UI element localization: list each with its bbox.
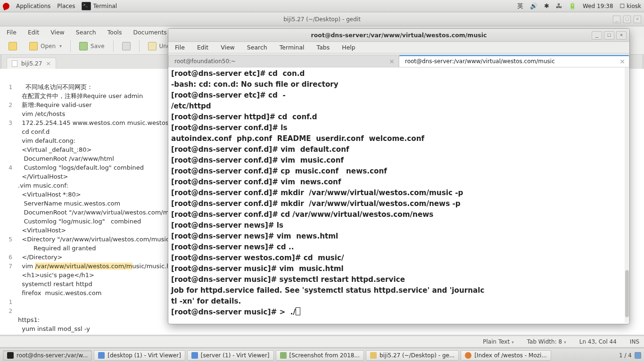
terminal-menu-edit[interactable]: Edit bbox=[197, 44, 208, 51]
terminal-window: root@dns-server:/var/www/virtual/westos.… bbox=[168, 28, 630, 324]
new-button[interactable] bbox=[5, 40, 21, 52]
terminal-tab-1[interactable]: root@dns-server:/var/www/virtual/westos.… bbox=[399, 55, 629, 67]
task-terminal[interactable]: root@dns-server:/var/w... bbox=[3, 350, 92, 361]
gedit-menu-view[interactable]: View bbox=[50, 29, 65, 36]
terminal-menu-view[interactable]: View bbox=[221, 44, 235, 51]
gedit-menu-edit[interactable]: Edit bbox=[28, 29, 39, 36]
terminal-minimize-button[interactable]: _ bbox=[592, 31, 602, 40]
terminal-title: root@dns-server:/var/www/virtual/westos.… bbox=[311, 32, 487, 39]
gedit-menu-search[interactable]: Search bbox=[76, 29, 96, 36]
terminal-tab-0[interactable]: root@foundation50:~ × bbox=[168, 55, 399, 67]
terminal-menu-tabs[interactable]: Tabs bbox=[317, 44, 330, 51]
print-button[interactable] bbox=[118, 40, 134, 52]
terminal-tab-close[interactable]: × bbox=[619, 58, 625, 65]
firefox-icon bbox=[465, 352, 471, 359]
gedit-menu-tools[interactable]: Tools bbox=[107, 29, 122, 36]
gedit-text: 不同域名访问不同网页： 在配置文件中，注释掉Require user admin… bbox=[18, 83, 184, 270]
terminal-menu-help[interactable]: Help bbox=[342, 44, 355, 51]
task-label: [server (1) - Virt Viewer] bbox=[201, 352, 270, 359]
terminal-close-button[interactable]: × bbox=[616, 31, 627, 40]
terminal-icon bbox=[7, 352, 14, 359]
task-gedit[interactable]: biji5.27 (~/Desktop) - ge... bbox=[366, 350, 459, 361]
vm-icon bbox=[191, 352, 198, 359]
gedit-document-tab[interactable]: biji5.27 × bbox=[7, 58, 56, 69]
terminal-scrollbar[interactable] bbox=[625, 67, 629, 323]
toolbar-separator bbox=[113, 41, 114, 52]
image-icon bbox=[280, 352, 287, 359]
task-virt-server[interactable]: [server (1) - Virt Viewer] bbox=[187, 350, 274, 361]
volume-icon[interactable]: 🔊 bbox=[530, 2, 537, 9]
status-insert-mode: INS bbox=[630, 338, 639, 345]
workspace-label: 1 / 4 bbox=[619, 352, 632, 359]
status-cursor-pos: Ln 43, Col 44 bbox=[579, 338, 617, 345]
bluetooth-icon[interactable]: ✱ bbox=[544, 2, 549, 9]
terminal-tabstrip: root@foundation50:~ × root@dns-server:/v… bbox=[168, 53, 629, 67]
terminal-tab-label: root@foundation50:~ bbox=[174, 58, 236, 65]
gedit-tab-close[interactable]: × bbox=[46, 60, 51, 67]
task-firefox[interactable]: [Index of /westos - Mozi... bbox=[461, 350, 551, 361]
vm-icon bbox=[98, 352, 105, 359]
gedit-close-button[interactable]: × bbox=[634, 16, 641, 23]
top-panel: Applications Places Terminal 英 🔊 ✱ 🖧 🔋 W… bbox=[0, 0, 644, 12]
terminal-buffer: [root@dns-server etc]# cd con.d -bash: c… bbox=[171, 69, 485, 305]
ime-indicator[interactable]: 英 bbox=[517, 2, 523, 10]
terminal-tab-label: root@dns-server:/var/www/virtual/westos.… bbox=[405, 58, 555, 65]
task-virt-desktop[interactable]: [desktop (1) - Virt Viewer] bbox=[94, 350, 185, 361]
toolbar-separator bbox=[70, 41, 71, 52]
places-menu[interactable]: Places bbox=[57, 3, 75, 9]
gedit-line-gutter: 1 2 3 4 5 6 7 1 2 bbox=[0, 69, 15, 335]
task-label: [Screenshot from 2018... bbox=[289, 352, 360, 359]
gedit-menu-documents[interactable]: Documents bbox=[133, 29, 167, 36]
network-icon[interactable]: 🖧 bbox=[556, 2, 562, 9]
task-label: biji5.27 (~/Desktop) - ge... bbox=[380, 352, 455, 359]
gedit-menu-file[interactable]: File bbox=[7, 29, 17, 36]
task-label: [desktop (1) - Virt Viewer] bbox=[107, 352, 181, 359]
gedit-titlebar: biji5.27 (~/Desktop) - gedit _ □ × bbox=[0, 12, 644, 26]
gedit-maximize-button[interactable]: □ bbox=[623, 16, 631, 23]
gedit-title: biji5.27 (~/Desktop) - gedit bbox=[283, 16, 361, 23]
terminal-tab-close[interactable]: × bbox=[389, 58, 395, 65]
terminal-prompt: [root@dns-server music]# > ./ bbox=[171, 308, 296, 316]
editor-icon bbox=[370, 352, 377, 359]
terminal-scroll-thumb[interactable] bbox=[625, 270, 629, 317]
status-tabwidth[interactable]: Tab Width: 8▾ bbox=[527, 338, 566, 345]
terminal-maximize-button[interactable]: □ bbox=[604, 31, 614, 40]
document-icon bbox=[12, 60, 17, 67]
user-menu[interactable]: ☐ kiosk bbox=[620, 3, 641, 9]
save-button[interactable]: Save bbox=[75, 40, 108, 52]
terminal-menu-search[interactable]: Search bbox=[247, 44, 267, 51]
taskbar: root@dns-server:/var/w... [desktop (1) -… bbox=[0, 348, 644, 362]
workspace-icon bbox=[635, 352, 641, 359]
gedit-text: usic/music.html <h1>usic's page</h1> sys… bbox=[18, 263, 181, 335]
terminal-body[interactable]: [root@dns-server etc]# cd con.d -bash: c… bbox=[169, 67, 627, 323]
terminal-menu-file[interactable]: File bbox=[175, 44, 185, 51]
clock[interactable]: Wed 19:38 bbox=[583, 3, 613, 9]
status-mode[interactable]: Plain Text▾ bbox=[483, 338, 513, 345]
applications-menu[interactable]: Applications bbox=[16, 3, 50, 9]
battery-icon[interactable]: 🔋 bbox=[569, 2, 576, 9]
terminal-launcher[interactable]: Terminal bbox=[82, 2, 117, 10]
task-screenshot[interactable]: [Screenshot from 2018... bbox=[276, 350, 364, 361]
toolbar-separator bbox=[139, 41, 140, 52]
task-label: root@dns-server:/var/w... bbox=[17, 352, 88, 359]
open-button[interactable]: Open▾ bbox=[25, 40, 66, 52]
terminal-titlebar[interactable]: root@dns-server:/var/www/virtual/westos.… bbox=[168, 29, 629, 42]
terminal-cursor bbox=[296, 307, 300, 315]
terminal-menu-terminal[interactable]: Terminal bbox=[280, 44, 305, 51]
workspace-indicator[interactable]: 1 / 4 bbox=[619, 352, 641, 359]
terminal-menubar: File Edit View Search Terminal Tabs Help bbox=[168, 42, 629, 53]
gedit-highlight: /var/www/virtual/westos.com/m bbox=[35, 263, 132, 270]
gedit-minimize-button[interactable]: _ bbox=[613, 16, 620, 23]
distro-icon bbox=[2, 2, 10, 10]
task-label: [Index of /westos - Mozi... bbox=[474, 352, 546, 359]
gedit-tab-label: biji5.27 bbox=[21, 60, 42, 67]
gedit-statusbar: Plain Text▾ Tab Width: 8▾ Ln 43, Col 44 … bbox=[0, 336, 644, 347]
